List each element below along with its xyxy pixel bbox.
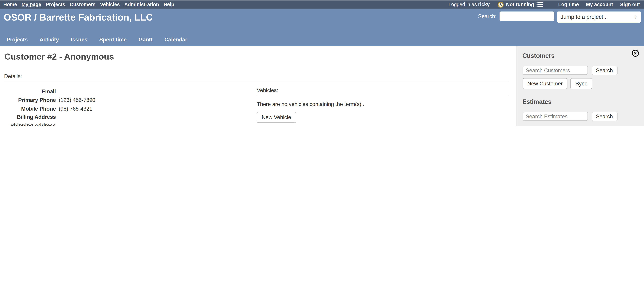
tab-issues[interactable]: Issues bbox=[71, 37, 87, 43]
details-heading: Details: bbox=[4, 73, 508, 79]
details-column: Email Primary Phone (123) 456-7890 Mobil… bbox=[4, 81, 255, 126]
tab-activity[interactable]: Activity bbox=[40, 37, 59, 43]
sidebar-estimates-heading: Estimates bbox=[522, 98, 638, 105]
tab-calendar[interactable]: Calendar bbox=[164, 37, 187, 43]
top-menu-help[interactable]: Help bbox=[164, 2, 174, 8]
field-label: Mobile Phone bbox=[4, 104, 56, 113]
search-estimates-button[interactable]: Search bbox=[592, 112, 618, 121]
estimates-search-row: Search bbox=[522, 112, 638, 121]
field-value: (123) 456-7890 bbox=[59, 96, 95, 104]
top-menu-projects[interactable]: Projects bbox=[46, 2, 65, 8]
top-menu-bar: Home My page Projects Customers Vehicles… bbox=[0, 0, 644, 8]
tab-projects[interactable]: Projects bbox=[6, 37, 28, 43]
sign-out-link[interactable]: Sign out bbox=[620, 2, 640, 8]
customers-action-row: New Customer Sync bbox=[522, 78, 638, 89]
field-value: (98) 765-4321 bbox=[59, 104, 92, 113]
new-vehicle-button[interactable]: New Vehicle bbox=[257, 112, 296, 123]
field-label: Email bbox=[4, 88, 56, 96]
field-label: Billing Address bbox=[4, 113, 56, 122]
main-content: Customer #2 - Anonymous Details: Email P… bbox=[0, 46, 516, 126]
site-title: OSOR / Barrette Fabrication, LLC bbox=[4, 12, 153, 23]
top-menu-my-page[interactable]: My page bbox=[22, 2, 41, 8]
tab-gantt[interactable]: Gantt bbox=[138, 37, 152, 43]
field-row: Billing Address bbox=[4, 113, 255, 122]
search-estimates-input[interactable] bbox=[522, 112, 588, 121]
list-icon[interactable] bbox=[536, 2, 543, 7]
top-menu-administration[interactable]: Administration bbox=[124, 2, 159, 8]
search-customers-button[interactable]: Search bbox=[592, 66, 618, 75]
jump-to-project-select[interactable]: Jump to a project... ∨ bbox=[557, 12, 641, 22]
logged-in-status: Logged in as ricky bbox=[448, 2, 490, 8]
top-menu-home[interactable]: Home bbox=[3, 2, 17, 8]
sidebar-customers-heading: Customers bbox=[522, 52, 638, 59]
clock-icon[interactable] bbox=[498, 1, 504, 8]
field-label: Shipping Address bbox=[4, 122, 56, 126]
new-customer-button[interactable]: New Customer bbox=[522, 78, 568, 89]
top-bar-right: Logged in as ricky Not running Log time … bbox=[448, 1, 640, 8]
field-row: Primary Phone (123) 456-7890 bbox=[4, 96, 255, 104]
vehicles-divider bbox=[257, 95, 508, 95]
timer-status-widget: Not running bbox=[498, 1, 543, 8]
field-row: Shipping Address bbox=[4, 122, 255, 126]
details-split: Email Primary Phone (123) 456-7890 Mobil… bbox=[4, 81, 508, 126]
sidebar: × Customers Search New Customer Sync Est… bbox=[516, 46, 644, 126]
close-icon-glyph: × bbox=[634, 50, 637, 56]
project-tabs: Projects Activity Issues Spent time Gant… bbox=[0, 37, 644, 46]
top-menu-vehicles[interactable]: Vehicles bbox=[100, 2, 120, 8]
top-menu: Home My page Projects Customers Vehicles… bbox=[3, 2, 179, 8]
quick-search: Search: Jump to a project... ∨ bbox=[478, 11, 641, 22]
site-header: OSOR / Barrette Fabrication, LLC Search:… bbox=[0, 8, 644, 46]
customer-fields: Email Primary Phone (123) 456-7890 Mobil… bbox=[4, 88, 255, 126]
content-area: Customer #2 - Anonymous Details: Email P… bbox=[0, 46, 644, 126]
search-input[interactable] bbox=[499, 12, 554, 21]
jump-to-project-value: Jump to a project... bbox=[561, 14, 608, 20]
field-label: Primary Phone bbox=[4, 96, 56, 104]
chevron-down-icon: ∨ bbox=[634, 15, 637, 19]
account-links: Log time My account Sign out bbox=[552, 2, 640, 8]
header-top-row: OSOR / Barrette Fabrication, LLC Search:… bbox=[0, 8, 644, 23]
top-menu-customers[interactable]: Customers bbox=[70, 2, 95, 8]
logged-in-prefix: Logged in as bbox=[448, 2, 477, 8]
timer-status-label: Not running bbox=[506, 2, 534, 8]
search-label: Search: bbox=[478, 12, 496, 22]
field-row: Mobile Phone (98) 765-4321 bbox=[4, 104, 255, 113]
customers-search-row: Search bbox=[522, 66, 638, 75]
log-time-link[interactable]: Log time bbox=[558, 2, 579, 8]
page-title: Customer #2 - Anonymous bbox=[4, 52, 508, 61]
search-customers-input[interactable] bbox=[522, 66, 588, 75]
vehicles-empty-text: There are no vehicles containing the ter… bbox=[257, 101, 508, 107]
sync-button[interactable]: Sync bbox=[570, 78, 592, 89]
field-row: Email bbox=[4, 88, 255, 96]
vehicles-heading: Vehicles: bbox=[257, 87, 508, 93]
application-window: Home My page Projects Customers Vehicles… bbox=[0, 0, 644, 126]
vehicles-section: Vehicles: There are no vehicles containi… bbox=[255, 81, 508, 126]
tab-spent-time[interactable]: Spent time bbox=[99, 37, 127, 43]
logged-in-username[interactable]: ricky bbox=[478, 2, 490, 8]
my-account-link[interactable]: My account bbox=[586, 2, 613, 8]
circle-x-icon[interactable]: × bbox=[632, 50, 639, 57]
